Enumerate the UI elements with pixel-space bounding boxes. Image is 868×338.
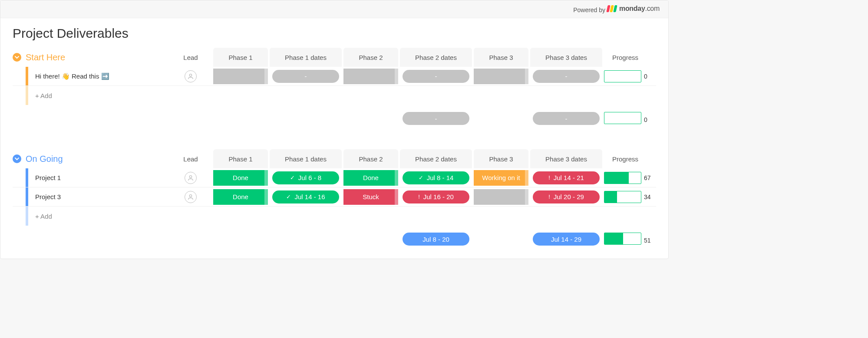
table-row[interactable]: Project 1 Done ✓Jul 6 - 8 Done ✓Jul 8 - …	[13, 168, 656, 187]
summary-phase2-dates: -	[399, 112, 473, 128]
summary-phase3-dates: -	[529, 112, 603, 128]
avatar-icon	[185, 172, 197, 184]
group-title-on-going[interactable]: On Going	[13, 154, 169, 164]
status-phase1[interactable]: Done	[213, 170, 268, 186]
item-name-cell[interactable]: Project 3	[13, 187, 169, 206]
check-icon: ✓	[419, 174, 423, 181]
brand-name: monday.com	[619, 5, 660, 13]
status-phase3[interactable]	[474, 69, 528, 84]
progress-value: 0	[642, 73, 655, 80]
item-name: Project 1	[29, 174, 61, 181]
add-item-row[interactable]: + Add	[13, 207, 656, 226]
add-item-label: + Add	[29, 92, 52, 99]
group-title-start-here[interactable]: Start Here	[13, 53, 169, 62]
status-phase1[interactable]	[213, 69, 268, 84]
dates-phase1[interactable]: -	[269, 70, 343, 83]
col-phase3: Phase 3	[474, 149, 528, 168]
col-lead: Lead	[169, 155, 212, 163]
col-phase1-dates: Phase 1 dates	[270, 149, 342, 168]
status-phase2[interactable]: Done	[343, 170, 398, 186]
group-on-going: On Going Lead Phase 1 Phase 1 dates Phas…	[0, 147, 668, 250]
group-header: Start Here Lead Phase 1 Phase 1 dates Ph…	[13, 48, 656, 67]
col-phase2-dates: Phase 2 dates	[400, 48, 472, 67]
svg-point-0	[189, 74, 191, 76]
col-phase1: Phase 1	[213, 48, 268, 67]
status-phase3[interactable]: Working on it	[474, 170, 528, 186]
progress-cell	[603, 70, 642, 82]
table-row[interactable]: Hi there! 👋 Read this ➡️ - - - 0	[13, 67, 656, 86]
col-phase2-dates: Phase 2 dates	[400, 149, 472, 168]
chevron-down-icon[interactable]	[13, 154, 21, 163]
group-header: On Going Lead Phase 1 Phase 1 dates Phas…	[13, 149, 656, 168]
progress-value: 67	[642, 174, 655, 181]
col-lead: Lead	[169, 54, 212, 61]
group-summary: Jul 8 - 20 Jul 14 - 29 51	[13, 231, 656, 250]
alert-icon: !	[418, 194, 420, 200]
summary-phase2-dates: Jul 8 - 20	[399, 233, 473, 248]
status-phase1[interactable]: Done	[213, 189, 268, 205]
col-phase2: Phase 2	[343, 149, 398, 168]
lead-cell[interactable]	[169, 70, 212, 82]
add-item-row[interactable]: + Add	[13, 86, 656, 105]
dates-phase2[interactable]: ✓Jul 8 - 14	[399, 171, 473, 184]
dates-phase2[interactable]: !Jul 16 - 20	[399, 190, 473, 203]
status-phase2[interactable]: Stuck	[343, 189, 398, 205]
svg-point-1	[189, 175, 191, 177]
group-start-here: Start Here Lead Phase 1 Phase 1 dates Ph…	[0, 45, 668, 129]
status-phase3[interactable]	[474, 189, 528, 205]
summary-progress	[603, 112, 642, 128]
dates-phase2[interactable]: -	[399, 70, 473, 83]
board-title: Project Deliverables	[0, 18, 668, 45]
col-progress: Progress	[603, 54, 642, 61]
group-title-label: On Going	[26, 154, 63, 164]
powered-by-label: Powered by	[573, 7, 605, 13]
group-title-label: Start Here	[26, 53, 65, 62]
table-row[interactable]: Project 3 Done ✓Jul 14 - 16 Stuck !Jul 1…	[13, 187, 656, 207]
check-icon: ✓	[286, 194, 291, 200]
topbar: Powered by monday.com	[0, 0, 668, 18]
status-phase2[interactable]	[343, 69, 398, 84]
check-icon: ✓	[290, 174, 295, 181]
progress-cell	[603, 172, 642, 184]
alert-icon: !	[548, 194, 550, 200]
summary-progress-value: 0	[642, 116, 655, 123]
svg-point-2	[189, 194, 191, 197]
monday-logo-icon	[607, 5, 617, 12]
dates-phase1[interactable]: ✓Jul 14 - 16	[269, 190, 343, 203]
item-name-cell[interactable]: Hi there! 👋 Read this ➡️	[13, 67, 169, 85]
avatar-icon	[185, 191, 197, 203]
progress-cell	[603, 191, 642, 203]
progress-value: 34	[642, 194, 655, 200]
summary-progress	[603, 233, 642, 248]
col-phase1-dates: Phase 1 dates	[270, 48, 342, 67]
brand-link[interactable]: monday.com	[607, 5, 660, 13]
group-summary: - - 0	[13, 110, 656, 129]
add-item-label: + Add	[29, 213, 52, 220]
lead-cell[interactable]	[169, 191, 212, 203]
summary-progress-value: 51	[642, 237, 655, 244]
dates-phase3[interactable]: !Jul 20 - 29	[529, 190, 603, 203]
item-name-cell[interactable]: Project 1	[13, 168, 169, 187]
alert-icon: !	[548, 174, 550, 181]
dates-phase1[interactable]: ✓Jul 6 - 8	[269, 171, 343, 184]
chevron-down-icon[interactable]	[13, 53, 21, 62]
col-phase2: Phase 2	[343, 48, 398, 67]
item-name: Hi there! 👋 Read this ➡️	[29, 72, 109, 80]
board-container: Powered by monday.com Project Deliverabl…	[0, 0, 669, 259]
col-phase1: Phase 1	[213, 149, 268, 168]
col-progress: Progress	[603, 155, 642, 163]
dates-phase3[interactable]: -	[529, 70, 603, 83]
col-phase3-dates: Phase 3 dates	[530, 48, 602, 67]
avatar-icon	[185, 70, 197, 82]
item-name: Project 3	[29, 193, 61, 200]
dates-phase3[interactable]: !Jul 14 - 21	[529, 171, 603, 184]
lead-cell[interactable]	[169, 172, 212, 184]
col-phase3: Phase 3	[474, 48, 528, 67]
col-phase3-dates: Phase 3 dates	[530, 149, 602, 168]
summary-phase3-dates: Jul 14 - 29	[529, 233, 603, 248]
